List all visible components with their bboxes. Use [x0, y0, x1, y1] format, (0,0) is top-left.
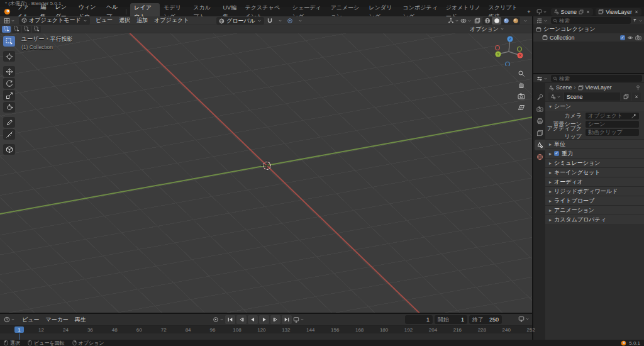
panel-header[interactable]: オーディオ: [545, 177, 644, 186]
auto-keying-toggle[interactable]: [213, 316, 224, 323]
zoom-icon[interactable]: [518, 70, 525, 77]
snap-options-button[interactable]: [276, 17, 284, 25]
blender-logo-icon[interactable]: [4, 8, 11, 15]
current-frame-field[interactable]: 1: [405, 315, 433, 324]
render-camera-icon[interactable]: [635, 35, 641, 41]
proportional-editing-toggle[interactable]: [286, 17, 294, 25]
show-overlays-toggle[interactable]: [460, 17, 472, 25]
tool-scale[interactable]: [3, 90, 15, 101]
outliner-editor-type-button[interactable]: [535, 18, 549, 24]
tool-measure[interactable]: [3, 129, 15, 140]
frame-start-field[interactable]: 開始 1: [435, 315, 467, 324]
panel-header[interactable]: キーイングセット: [545, 167, 644, 177]
tool-transform[interactable]: [3, 102, 15, 113]
property-input[interactable]: シーン: [586, 121, 639, 128]
playback-sync-selector[interactable]: [293, 316, 304, 323]
viewport-menu-item[interactable]: オブジェクト: [151, 16, 192, 25]
properties-search[interactable]: [551, 75, 642, 82]
tool-add-cube[interactable]: [3, 144, 15, 155]
viewport-options-dropdown[interactable]: オプション: [470, 25, 504, 33]
properties-search-input[interactable]: [559, 75, 640, 82]
jump-to-end-button[interactable]: [282, 315, 292, 324]
tool-cursor[interactable]: [3, 51, 15, 62]
timeline-menu-item[interactable]: マーカー: [42, 316, 71, 324]
tool-rotate[interactable]: [3, 78, 15, 89]
playhead-badge[interactable]: 1: [14, 326, 24, 333]
panel-header[interactable]: シミュレーション: [545, 158, 644, 167]
tab-tool[interactable]: [535, 92, 545, 103]
panel-header[interactable]: 単位: [545, 139, 644, 148]
screen-layout-icon[interactable]: [535, 9, 548, 14]
tab-render[interactable]: [535, 104, 545, 114]
tab-viewlayer[interactable]: [535, 128, 545, 138]
playhead-line[interactable]: [19, 333, 19, 340]
camera-view-icon[interactable]: [518, 92, 525, 100]
select-mode-subtract-button[interactable]: [22, 26, 31, 33]
panel-header[interactable]: ライトプローブ: [545, 196, 644, 205]
next-keyframe-button[interactable]: [270, 315, 280, 324]
tool-select-box[interactable]: [3, 36, 15, 47]
outliner-search-input[interactable]: [559, 18, 629, 24]
shading-material-button[interactable]: [501, 17, 511, 25]
scene-collection-row[interactable]: シーンコレクション: [533, 25, 644, 33]
viewlayer-selector[interactable]: ViewLayer: [596, 8, 641, 16]
play-button[interactable]: [259, 315, 269, 324]
panel-header[interactable]: リジッドボディワールド: [545, 186, 644, 196]
close-icon[interactable]: [634, 9, 639, 14]
panel-checkbox[interactable]: [554, 151, 559, 156]
editor-type-button[interactable]: [3, 18, 16, 24]
scene-panel-header[interactable]: シーン: [545, 101, 644, 111]
tab-output[interactable]: [535, 116, 545, 126]
tab-world[interactable]: [535, 152, 545, 162]
snap-toggle[interactable]: [266, 17, 274, 25]
panel-header[interactable]: カスタムプロパティ: [545, 215, 644, 224]
navigation-gizmo[interactable]: Z Y X: [493, 35, 525, 66]
breadcrumb-scene[interactable]: Scene: [556, 84, 572, 91]
proportional-options-button[interactable]: [296, 17, 304, 25]
eyedropper-icon[interactable]: [631, 113, 636, 119]
timeline-ruler[interactable]: 1224364860728496108120132144156168180192…: [0, 326, 532, 333]
frame-end-field[interactable]: 終了 250: [469, 315, 502, 324]
outliner-search[interactable]: [551, 17, 631, 24]
duplicate-scene-button[interactable]: [621, 92, 631, 101]
tool-move[interactable]: [3, 66, 15, 77]
panel-header[interactable]: 重力: [545, 148, 644, 158]
viewport-menu-item[interactable]: 追加: [133, 16, 151, 25]
breadcrumb-viewlayer[interactable]: ViewLayer: [586, 84, 612, 91]
add-workspace-button[interactable]: +: [524, 9, 533, 15]
timeline-editor-type-button[interactable]: [3, 316, 16, 323]
viewport-menu-item[interactable]: ビュー: [92, 16, 116, 25]
transform-orientation-selector[interactable]: グローバル: [216, 17, 264, 25]
timeline-track[interactable]: [0, 333, 532, 340]
shading-options-button[interactable]: [521, 17, 530, 25]
property-input[interactable]: オブジェクト: [586, 113, 639, 120]
exclude-checkbox[interactable]: [620, 35, 625, 40]
xray-toggle[interactable]: [473, 17, 481, 25]
chevron-down-icon[interactable]: [639, 19, 642, 23]
browse-scene-button[interactable]: [548, 92, 563, 101]
jump-to-start-button[interactable]: [225, 315, 235, 324]
filter-icon[interactable]: [633, 18, 637, 23]
viewport-menu-item[interactable]: 選択: [116, 16, 133, 25]
show-gizmo-toggle[interactable]: [448, 17, 459, 25]
previous-keyframe-button[interactable]: [236, 315, 247, 324]
select-mode-intersect-button[interactable]: [32, 26, 41, 33]
shading-solid-button[interactable]: [492, 17, 501, 25]
mode-selector[interactable]: オブジェクトモード: [19, 17, 90, 25]
collection-row[interactable]: Collection: [533, 33, 644, 42]
scene-name-field[interactable]: Scene: [564, 92, 620, 101]
unlink-scene-button[interactable]: [632, 92, 641, 101]
tab-scene[interactable]: [535, 140, 545, 150]
timeline-menu-item[interactable]: ビュー: [19, 316, 42, 324]
play-reverse-button[interactable]: [248, 315, 258, 324]
eye-icon[interactable]: [627, 35, 633, 41]
tool-annotate[interactable]: [3, 117, 15, 128]
viewport-canvas[interactable]: ユーザー・平行投影 (1) Collection: [0, 33, 532, 313]
shading-rendered-button[interactable]: [511, 17, 520, 25]
pan-hand-icon[interactable]: [518, 81, 525, 89]
property-input[interactable]: 動画クリップ: [586, 129, 639, 136]
shading-wireframe-button[interactable]: [482, 17, 492, 25]
timeline-menu-item[interactable]: 再生: [72, 316, 89, 324]
scene-selector[interactable]: Scene: [551, 8, 594, 16]
properties-editor-type-button[interactable]: [535, 75, 549, 82]
